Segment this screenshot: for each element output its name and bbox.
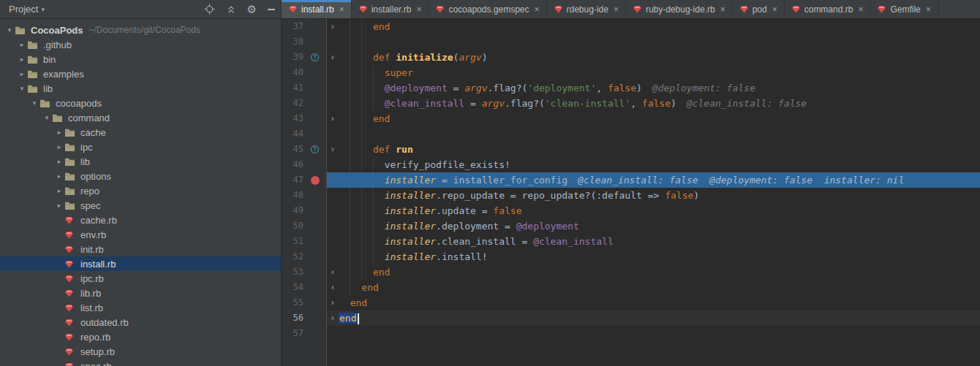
tab-cocoapods.gemspec[interactable]: cocoapods.gemspec× [429, 0, 546, 18]
tab-close-icon[interactable]: × [858, 5, 863, 14]
editor-gutter-cell[interactable]: 47 [282, 172, 327, 188]
editor-gutter-cell[interactable]: 48 [282, 188, 327, 203]
tab-close-icon[interactable]: × [535, 5, 540, 14]
tree-item-list-rb[interactable]: list.rb [0, 300, 281, 315]
fold-marker-icon[interactable]: ∧ [327, 111, 339, 126]
breakpoint-icon[interactable] [304, 172, 326, 188]
editor-gutter-cell[interactable]: 55 [282, 295, 327, 310]
code-text[interactable]: installer.install! [339, 249, 980, 264]
fold-marker-icon[interactable]: ∧ [327, 310, 339, 326]
tab-close-icon[interactable]: × [339, 5, 344, 14]
tree-item-spec-rb[interactable]: spec.rb [0, 359, 281, 366]
tree-item-bin[interactable]: ▸bin [0, 52, 281, 66]
code-text[interactable]: installer.repo_update = repo_update?(:de… [339, 188, 980, 203]
tree-chevron-icon[interactable]: ▸ [54, 129, 64, 136]
tree-chevron-icon[interactable]: ▸ [17, 56, 27, 63]
fold-marker-icon[interactable]: ∧ [327, 280, 339, 295]
tree-item-cocoapods[interactable]: ▾cocoapods [0, 96, 281, 110]
code-text[interactable] [339, 126, 980, 142]
editor-gutter-cell[interactable]: 54 [282, 280, 327, 295]
tab-installer.rb[interactable]: installer.rb× [352, 0, 429, 18]
editor-gutter-cell[interactable]: 46 [282, 157, 327, 172]
gear-icon[interactable]: ⚙ [247, 4, 257, 15]
tree-chevron-icon[interactable]: ▸ [54, 172, 64, 180]
editor-gutter-cell[interactable]: 51 [282, 234, 327, 249]
tree-item-options[interactable]: ▸options [0, 169, 281, 183]
tree-chevron-icon[interactable]: ▾ [4, 26, 15, 34]
code-text[interactable]: @deployment = argv.flag?('deployment', f… [339, 80, 980, 96]
fold-marker-icon[interactable]: ∨ [327, 142, 339, 157]
editor-gutter-cell[interactable]: 44 [282, 126, 327, 142]
tab-install.rb[interactable]: install.rb× [282, 0, 352, 18]
editor-gutter-cell[interactable]: 45↑ [282, 142, 327, 157]
code-text[interactable]: def run [339, 142, 980, 157]
code-text[interactable]: installer.update = false [339, 203, 980, 218]
code-text[interactable]: end [339, 310, 980, 326]
tree-chevron-icon[interactable]: ▸ [54, 158, 64, 165]
project-view-dropdown[interactable]: Project ▾ [9, 4, 45, 15]
tree-item-command[interactable]: ▾command [0, 110, 281, 125]
editor-gutter-cell[interactable]: 38 [282, 34, 327, 50]
tree-item-ipc-rb[interactable]: ipc.rb [0, 271, 281, 286]
code-text[interactable]: installer.deployment = @deployment [339, 218, 980, 234]
tree-chevron-icon[interactable]: ▸ [17, 70, 27, 77]
tab-close-icon[interactable]: × [416, 5, 421, 14]
tree-item-spec[interactable]: ▸spec [0, 198, 281, 213]
code-text[interactable]: installer.clean_install = @clean_install [339, 234, 980, 249]
override-method-icon[interactable]: ↑ [304, 142, 326, 157]
tree-item--github[interactable]: ▸.github [0, 37, 281, 52]
target-icon[interactable] [204, 4, 215, 15]
editor-gutter-cell[interactable]: 50 [282, 218, 327, 234]
tab-Gemfile[interactable]: Gemfile× [870, 0, 938, 18]
tree-chevron-icon[interactable]: ▾ [17, 85, 27, 92]
code-editor[interactable]: 37∧ end3839↑∨ def initialize(argv)40 sup… [282, 19, 980, 366]
tree-item-outdated-rb[interactable]: outdated.rb [0, 315, 281, 329]
tree-chevron-icon[interactable]: ▾ [42, 114, 52, 121]
code-text[interactable] [339, 326, 980, 341]
code-text[interactable]: end [339, 264, 980, 280]
code-text[interactable]: end [339, 280, 980, 295]
editor-gutter-cell[interactable]: 40 [282, 65, 327, 80]
code-text[interactable] [339, 34, 980, 50]
code-text[interactable]: def initialize(argv) [339, 50, 980, 65]
tree-item-init-rb[interactable]: init.rb [0, 242, 281, 256]
tab-command.rb[interactable]: command.rb× [785, 0, 871, 18]
tree-chevron-icon[interactable]: ▸ [54, 143, 64, 150]
editor-gutter-cell[interactable]: 43 [282, 111, 327, 126]
editor-gutter-cell[interactable]: 53 [282, 264, 327, 280]
tree-item-examples[interactable]: ▸examples [0, 66, 281, 81]
code-text[interactable]: verify_podfile_exists! [339, 157, 980, 172]
code-text[interactable] [339, 341, 980, 366]
tree-item-cache-rb[interactable]: cache.rb [0, 213, 281, 227]
hide-panel-icon[interactable] [268, 9, 275, 10]
code-text[interactable]: end [339, 295, 980, 310]
fold-marker-icon[interactable]: ∧ [327, 19, 339, 34]
tree-item-cocoapods[interactable]: ▾CocoaPods~/Documents/git/CocoaPods [0, 23, 281, 37]
editor-gutter-cell[interactable]: 52 [282, 249, 327, 264]
tab-close-icon[interactable]: × [720, 5, 725, 14]
editor-gutter-cell[interactable]: 42 [282, 96, 327, 111]
fold-marker-icon[interactable]: ∧ [327, 295, 339, 310]
tab-ruby-debug-ide.rb[interactable]: ruby-debug-ide.rb× [626, 0, 733, 18]
tree-item-cache[interactable]: ▸cache [0, 125, 281, 140]
editor-gutter-cell[interactable]: 49 [282, 203, 327, 218]
tab-close-icon[interactable]: × [926, 5, 931, 14]
code-text[interactable]: super [339, 65, 980, 80]
tree-item-lib[interactable]: ▾lib [0, 81, 281, 96]
collapse-all-icon[interactable] [226, 4, 236, 15]
tree-item-lib[interactable]: ▸lib [0, 154, 281, 169]
tree-item-repo-rb[interactable]: repo.rb [0, 329, 281, 344]
editor-gutter-cell[interactable]: 39↑ [282, 50, 327, 65]
tree-item-ipc[interactable]: ▸ipc [0, 140, 281, 154]
code-text[interactable]: end [339, 19, 980, 34]
code-text[interactable]: end [339, 111, 980, 126]
code-text[interactable]: @clean_install = argv.flag?('clean-insta… [339, 96, 980, 111]
tree-item-lib-rb[interactable]: lib.rb [0, 286, 281, 300]
tree-item-env-rb[interactable]: env.rb [0, 227, 281, 242]
tree-chevron-icon[interactable]: ▾ [29, 99, 39, 107]
tree-item-setup-rb[interactable]: setup.rb [0, 344, 281, 359]
override-method-icon[interactable]: ↑ [304, 50, 326, 65]
tree-chevron-icon[interactable]: ▸ [17, 41, 27, 48]
editor-gutter-cell[interactable]: 41 [282, 80, 327, 96]
tab-close-icon[interactable]: × [614, 5, 619, 14]
